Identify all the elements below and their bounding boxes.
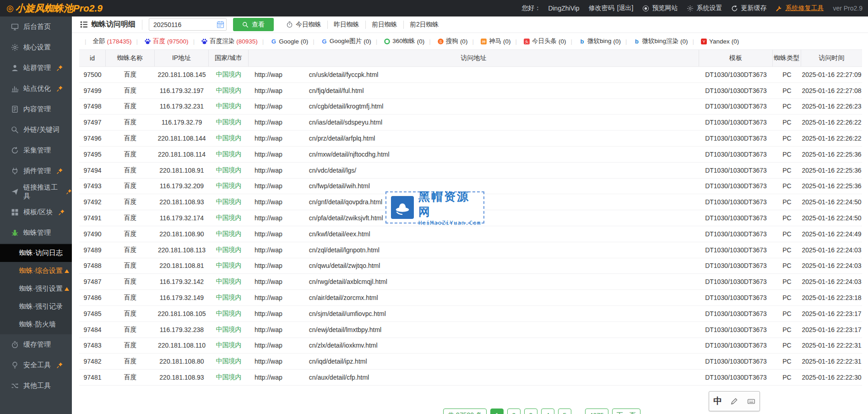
col-header-ip: IP地址 xyxy=(155,50,209,66)
sidebar-item[interactable]: 外链/关键词 xyxy=(0,120,72,140)
filter-chip[interactable]: 百度渲染(80935) xyxy=(189,37,258,45)
sidebar-item[interactable]: 蜘蛛管理 xyxy=(0,223,72,243)
sidebar-item-label: 站群管理 xyxy=(23,64,51,72)
quick-link[interactable]: 昨日蜘蛛 xyxy=(327,21,365,29)
col-header-template: 模板 xyxy=(699,50,773,66)
col-header-type: 蜘蛛类型 xyxy=(773,50,801,66)
cell-region: 中国境内 xyxy=(209,306,249,321)
divider xyxy=(142,20,142,30)
system-settings-link[interactable]: 系统设置 xyxy=(687,4,722,12)
quick-link[interactable]: 前日蜘蛛 xyxy=(365,21,403,29)
table-row[interactable]: 97486 百度 116.179.32.149 中国境内 http://wapc… xyxy=(79,290,862,306)
filter-label: 360蜘蛛 xyxy=(392,37,415,45)
quick-link[interactable]: 今日蜘蛛 xyxy=(280,21,327,29)
sidebar-item[interactable]: 站群管理 xyxy=(0,58,72,78)
table-row[interactable]: 97489 百度 220.181.108.113 中国境内 http://wap… xyxy=(79,242,862,258)
preview-site-link[interactable]: 预览网站 xyxy=(642,4,678,12)
sidebar-subitem[interactable]: 蜘蛛·强引记录 xyxy=(0,298,72,316)
table-row[interactable]: 97484 百度 116.179.32.238 中国境内 http://wapc… xyxy=(79,322,862,338)
update-cache-link[interactable]: 更新缓存 xyxy=(731,4,766,12)
filter-chip[interactable]: S 搜狗(0) xyxy=(424,37,467,45)
cell-ip: 220.181.108.91 xyxy=(155,163,209,178)
last-page-button[interactable]: 4875 xyxy=(585,409,608,414)
cell-id: 97481 xyxy=(79,370,106,385)
sidebar-item[interactable]: 其他工具 xyxy=(0,376,72,396)
filter-chip[interactable]: b 微软bing渲染(0) xyxy=(621,37,688,45)
page-button[interactable]: 2 xyxy=(507,409,521,414)
table-row[interactable]: 97496 百度 220.181.108.144 中国境内 http://wap… xyxy=(79,131,862,147)
filter-count: (97500) xyxy=(167,38,189,45)
sidebar-item[interactable]: 链接推送工具 xyxy=(0,181,72,202)
cell-time: 2025-01-16 22:24:49 xyxy=(801,226,862,242)
next-page-button[interactable]: 下一页 xyxy=(612,409,640,414)
sidebar-item[interactable]: 安全工具 xyxy=(0,355,72,376)
pen-icon[interactable] xyxy=(730,397,738,405)
ime-lang-indicator[interactable]: 中 xyxy=(713,395,722,407)
sidebar-item[interactable]: 模板/区块 xyxy=(0,202,72,223)
table-row[interactable]: 97497 百度 116.179.32.79 中国境内 http://wapcn… xyxy=(79,114,862,131)
list-icon xyxy=(80,21,88,28)
cell-url: http://wapcn/usk/detail/fyccpk.html xyxy=(249,67,699,82)
sidebar-subitem[interactable]: 蜘蛛·强引设置 xyxy=(0,280,72,298)
cell-spider: 百度 xyxy=(106,114,155,130)
cell-url: http://wapcn/fjq/detail/ful.html xyxy=(249,83,699,98)
sidebar-subitem[interactable]: 蜘蛛·访问日志 xyxy=(0,244,72,262)
table-row[interactable]: 97481 百度 220.181.108.93 中国境内 http://wapc… xyxy=(79,370,862,386)
cell-id: 97487 xyxy=(79,274,106,289)
sidebar-item[interactable]: 核心设置 xyxy=(0,37,72,58)
keyboard-icon[interactable] xyxy=(747,397,755,405)
cell-url: http://wapcn/cgb/detail/krogtmfj.html xyxy=(249,99,699,114)
page-button[interactable]: 4 xyxy=(541,409,554,414)
filter-chip[interactable]: b 微软bing(0) xyxy=(566,37,621,45)
table-row[interactable]: 97487 百度 116.179.32.142 中国境内 http://wapc… xyxy=(79,274,862,290)
logout-link[interactable]: [退出] xyxy=(617,4,634,12)
cell-url: http://wapcn/rwg/detail/axblcmqjl.html xyxy=(249,274,699,289)
quick-link[interactable]: 前2日蜘蛛 xyxy=(403,21,445,29)
ime-toolbar[interactable]: 中 xyxy=(709,391,760,411)
cell-template: DT1030/1030DT3673 xyxy=(699,242,773,258)
page-button[interactable]: 3 xyxy=(524,409,537,414)
page-button[interactable]: 5 xyxy=(558,409,571,414)
table-row[interactable]: 97494 百度 220.181.108.91 中国境内 http://wapc… xyxy=(79,163,862,179)
table-row[interactable]: 97499 百度 116.179.32.197 中国境内 http://wapc… xyxy=(79,83,862,99)
table-row[interactable]: 97500 百度 220.181.108.145 中国境内 http://wap… xyxy=(79,67,862,83)
sidebar-item[interactable]: 内容管理 xyxy=(0,99,72,120)
date-input[interactable] xyxy=(149,18,227,31)
cell-template: DT1030/1030DT3673 xyxy=(699,131,773,146)
filter-chip[interactable]: Y Yandex(0) xyxy=(688,38,739,45)
filter-chip[interactable]: 百度(97500) xyxy=(132,37,189,45)
table-row[interactable]: 97495 百度 220.181.108.114 中国境内 http://wap… xyxy=(79,147,862,163)
baidu-paw-icon xyxy=(144,38,151,45)
magnifier-icon xyxy=(242,22,249,28)
filter-chip[interactable]: 360蜘蛛(0) xyxy=(371,37,425,45)
table-row[interactable]: 97483 百度 220.181.108.110 中国境内 http://wap… xyxy=(79,338,862,354)
page-button[interactable]: 1 xyxy=(490,409,504,414)
table-row[interactable]: 97490 百度 220.181.108.90 中国境内 http://wapc… xyxy=(79,226,862,242)
sogou-icon: S xyxy=(437,38,444,45)
table-row[interactable]: 97482 百度 220.181.108.80 中国境内 http://wapc… xyxy=(79,354,862,370)
pin-icon xyxy=(56,168,63,174)
cell-ip: 220.181.108.145 xyxy=(155,67,209,82)
repair-tool-link[interactable]: 系统修复工具 xyxy=(776,4,824,12)
filter-chip[interactable]: 神 神马(0) xyxy=(467,37,510,45)
filter-chip[interactable]: 头 今日头条(0) xyxy=(510,37,566,45)
view-button[interactable]: 查看 xyxy=(233,18,274,31)
filter-chip[interactable]: G Google图片(0) xyxy=(308,37,371,45)
watermark-title: 黑帽资源网 xyxy=(418,189,481,219)
sidebar-item[interactable]: 采集管理 xyxy=(0,140,72,161)
sidebar-item[interactable]: 缓存管理 xyxy=(0,334,72,355)
sidebar-subitem[interactable]: 蜘蛛·综合设置 xyxy=(0,262,72,280)
sidebar-item[interactable]: 插件管理 xyxy=(0,161,72,181)
cell-spider: 百度 xyxy=(106,274,155,289)
change-password-link[interactable]: 修改密码 [退出] xyxy=(589,4,634,12)
calendar-icon[interactable] xyxy=(217,21,224,28)
watermark-badge: 黑帽资源网 HeiMaoZiYuan.Com xyxy=(385,191,484,223)
filter-chip[interactable]: G Google(0) xyxy=(258,38,309,45)
sidebar-subitem[interactable]: 蜘蛛·防火墙 xyxy=(0,316,72,333)
filter-chip[interactable]: 全部(178435) xyxy=(80,37,132,45)
table-row[interactable]: 97498 百度 116.179.32.231 中国境内 http://wapc… xyxy=(79,99,862,115)
table-row[interactable]: 97485 百度 220.181.108.105 中国境内 http://wap… xyxy=(79,306,862,322)
table-row[interactable]: 97488 百度 220.181.108.81 中国境内 http://wapc… xyxy=(79,258,862,274)
sidebar-item[interactable]: 站点优化 xyxy=(0,78,72,99)
sidebar-item[interactable]: 后台首页 xyxy=(0,16,72,37)
